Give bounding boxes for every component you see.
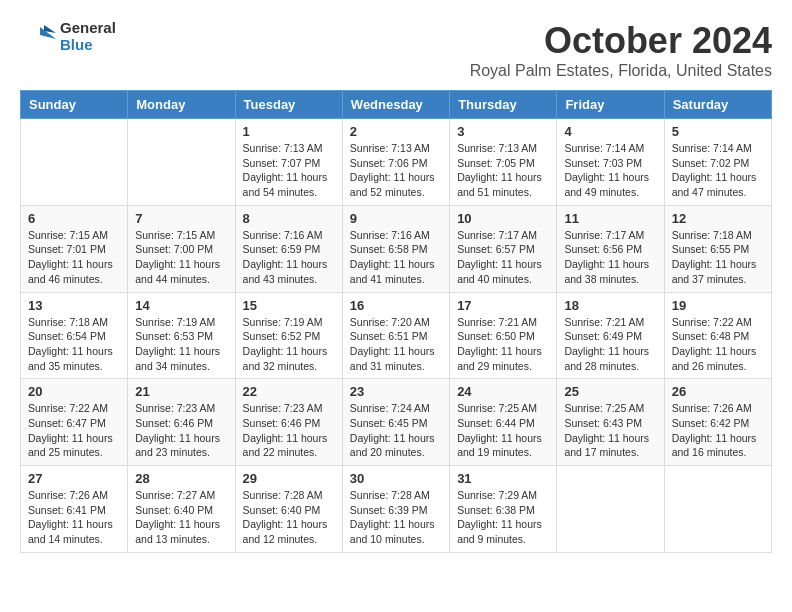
day-info: Sunrise: 7:25 AMSunset: 6:44 PMDaylight:… — [457, 402, 542, 458]
header-monday: Monday — [128, 91, 235, 119]
day-number: 31 — [457, 471, 549, 486]
table-row: 10 Sunrise: 7:17 AMSunset: 6:57 PMDaylig… — [450, 205, 557, 292]
day-number: 27 — [28, 471, 120, 486]
day-info: Sunrise: 7:16 AMSunset: 6:58 PMDaylight:… — [350, 229, 435, 285]
day-info: Sunrise: 7:28 AMSunset: 6:39 PMDaylight:… — [350, 489, 435, 545]
location: Royal Palm Estates, Florida, United Stat… — [470, 62, 772, 80]
day-number: 11 — [564, 211, 656, 226]
day-number: 4 — [564, 124, 656, 139]
table-row: 28 Sunrise: 7:27 AMSunset: 6:40 PMDaylig… — [128, 466, 235, 553]
table-row: 21 Sunrise: 7:23 AMSunset: 6:46 PMDaylig… — [128, 379, 235, 466]
day-number: 29 — [243, 471, 335, 486]
day-number: 14 — [135, 298, 227, 313]
table-row: 24 Sunrise: 7:25 AMSunset: 6:44 PMDaylig… — [450, 379, 557, 466]
day-info: Sunrise: 7:22 AMSunset: 6:47 PMDaylight:… — [28, 402, 113, 458]
day-number: 10 — [457, 211, 549, 226]
day-number: 24 — [457, 384, 549, 399]
table-row: 8 Sunrise: 7:16 AMSunset: 6:59 PMDayligh… — [235, 205, 342, 292]
header-saturday: Saturday — [664, 91, 771, 119]
day-info: Sunrise: 7:14 AMSunset: 7:02 PMDaylight:… — [672, 142, 757, 198]
day-info: Sunrise: 7:17 AMSunset: 6:56 PMDaylight:… — [564, 229, 649, 285]
day-number: 9 — [350, 211, 442, 226]
calendar-week-row: 20 Sunrise: 7:22 AMSunset: 6:47 PMDaylig… — [21, 379, 772, 466]
table-row: 27 Sunrise: 7:26 AMSunset: 6:41 PMDaylig… — [21, 466, 128, 553]
page-header: General Blue October 2024 Royal Palm Est… — [20, 20, 772, 80]
table-row: 13 Sunrise: 7:18 AMSunset: 6:54 PMDaylig… — [21, 292, 128, 379]
header-wednesday: Wednesday — [342, 91, 449, 119]
day-info: Sunrise: 7:24 AMSunset: 6:45 PMDaylight:… — [350, 402, 435, 458]
day-info: Sunrise: 7:23 AMSunset: 6:46 PMDaylight:… — [243, 402, 328, 458]
day-info: Sunrise: 7:19 AMSunset: 6:52 PMDaylight:… — [243, 316, 328, 372]
day-number: 23 — [350, 384, 442, 399]
day-number: 18 — [564, 298, 656, 313]
day-info: Sunrise: 7:13 AMSunset: 7:05 PMDaylight:… — [457, 142, 542, 198]
table-row: 22 Sunrise: 7:23 AMSunset: 6:46 PMDaylig… — [235, 379, 342, 466]
day-info: Sunrise: 7:16 AMSunset: 6:59 PMDaylight:… — [243, 229, 328, 285]
day-info: Sunrise: 7:25 AMSunset: 6:43 PMDaylight:… — [564, 402, 649, 458]
table-row — [557, 466, 664, 553]
table-row: 31 Sunrise: 7:29 AMSunset: 6:38 PMDaylig… — [450, 466, 557, 553]
calendar-week-row: 13 Sunrise: 7:18 AMSunset: 6:54 PMDaylig… — [21, 292, 772, 379]
day-number: 12 — [672, 211, 764, 226]
day-info: Sunrise: 7:15 AMSunset: 7:00 PMDaylight:… — [135, 229, 220, 285]
day-info: Sunrise: 7:14 AMSunset: 7:03 PMDaylight:… — [564, 142, 649, 198]
day-number: 13 — [28, 298, 120, 313]
calendar-week-row: 6 Sunrise: 7:15 AMSunset: 7:01 PMDayligh… — [21, 205, 772, 292]
table-row: 25 Sunrise: 7:25 AMSunset: 6:43 PMDaylig… — [557, 379, 664, 466]
day-info: Sunrise: 7:18 AMSunset: 6:55 PMDaylight:… — [672, 229, 757, 285]
header-sunday: Sunday — [21, 91, 128, 119]
title-area: October 2024 Royal Palm Estates, Florida… — [470, 20, 772, 80]
table-row — [21, 119, 128, 206]
table-row: 6 Sunrise: 7:15 AMSunset: 7:01 PMDayligh… — [21, 205, 128, 292]
logo-general: General — [60, 20, 116, 37]
day-info: Sunrise: 7:18 AMSunset: 6:54 PMDaylight:… — [28, 316, 113, 372]
table-row: 9 Sunrise: 7:16 AMSunset: 6:58 PMDayligh… — [342, 205, 449, 292]
table-row: 26 Sunrise: 7:26 AMSunset: 6:42 PMDaylig… — [664, 379, 771, 466]
table-row: 5 Sunrise: 7:14 AMSunset: 7:02 PMDayligh… — [664, 119, 771, 206]
month-title: October 2024 — [470, 20, 772, 62]
day-info: Sunrise: 7:20 AMSunset: 6:51 PMDaylight:… — [350, 316, 435, 372]
day-number: 8 — [243, 211, 335, 226]
header-tuesday: Tuesday — [235, 91, 342, 119]
logo: General Blue — [20, 20, 116, 53]
day-number: 1 — [243, 124, 335, 139]
day-info: Sunrise: 7:13 AMSunset: 7:07 PMDaylight:… — [243, 142, 328, 198]
day-number: 30 — [350, 471, 442, 486]
logo-bird-icon — [20, 23, 56, 51]
logo-blue: Blue — [60, 37, 116, 54]
calendar-week-row: 1 Sunrise: 7:13 AMSunset: 7:07 PMDayligh… — [21, 119, 772, 206]
table-row: 19 Sunrise: 7:22 AMSunset: 6:48 PMDaylig… — [664, 292, 771, 379]
weekday-header-row: Sunday Monday Tuesday Wednesday Thursday… — [21, 91, 772, 119]
day-number: 26 — [672, 384, 764, 399]
table-row: 7 Sunrise: 7:15 AMSunset: 7:00 PMDayligh… — [128, 205, 235, 292]
day-number: 19 — [672, 298, 764, 313]
day-info: Sunrise: 7:28 AMSunset: 6:40 PMDaylight:… — [243, 489, 328, 545]
table-row: 14 Sunrise: 7:19 AMSunset: 6:53 PMDaylig… — [128, 292, 235, 379]
calendar-week-row: 27 Sunrise: 7:26 AMSunset: 6:41 PMDaylig… — [21, 466, 772, 553]
table-row: 12 Sunrise: 7:18 AMSunset: 6:55 PMDaylig… — [664, 205, 771, 292]
table-row: 29 Sunrise: 7:28 AMSunset: 6:40 PMDaylig… — [235, 466, 342, 553]
day-number: 2 — [350, 124, 442, 139]
day-info: Sunrise: 7:17 AMSunset: 6:57 PMDaylight:… — [457, 229, 542, 285]
header-friday: Friday — [557, 91, 664, 119]
day-info: Sunrise: 7:23 AMSunset: 6:46 PMDaylight:… — [135, 402, 220, 458]
table-row: 16 Sunrise: 7:20 AMSunset: 6:51 PMDaylig… — [342, 292, 449, 379]
calendar-table: Sunday Monday Tuesday Wednesday Thursday… — [20, 90, 772, 553]
day-info: Sunrise: 7:29 AMSunset: 6:38 PMDaylight:… — [457, 489, 542, 545]
day-info: Sunrise: 7:15 AMSunset: 7:01 PMDaylight:… — [28, 229, 113, 285]
day-number: 22 — [243, 384, 335, 399]
table-row: 23 Sunrise: 7:24 AMSunset: 6:45 PMDaylig… — [342, 379, 449, 466]
day-info: Sunrise: 7:19 AMSunset: 6:53 PMDaylight:… — [135, 316, 220, 372]
table-row — [664, 466, 771, 553]
day-number: 5 — [672, 124, 764, 139]
header-thursday: Thursday — [450, 91, 557, 119]
day-number: 7 — [135, 211, 227, 226]
day-info: Sunrise: 7:22 AMSunset: 6:48 PMDaylight:… — [672, 316, 757, 372]
day-number: 15 — [243, 298, 335, 313]
day-number: 28 — [135, 471, 227, 486]
day-number: 21 — [135, 384, 227, 399]
day-info: Sunrise: 7:26 AMSunset: 6:41 PMDaylight:… — [28, 489, 113, 545]
table-row: 1 Sunrise: 7:13 AMSunset: 7:07 PMDayligh… — [235, 119, 342, 206]
table-row: 17 Sunrise: 7:21 AMSunset: 6:50 PMDaylig… — [450, 292, 557, 379]
day-info: Sunrise: 7:21 AMSunset: 6:49 PMDaylight:… — [564, 316, 649, 372]
